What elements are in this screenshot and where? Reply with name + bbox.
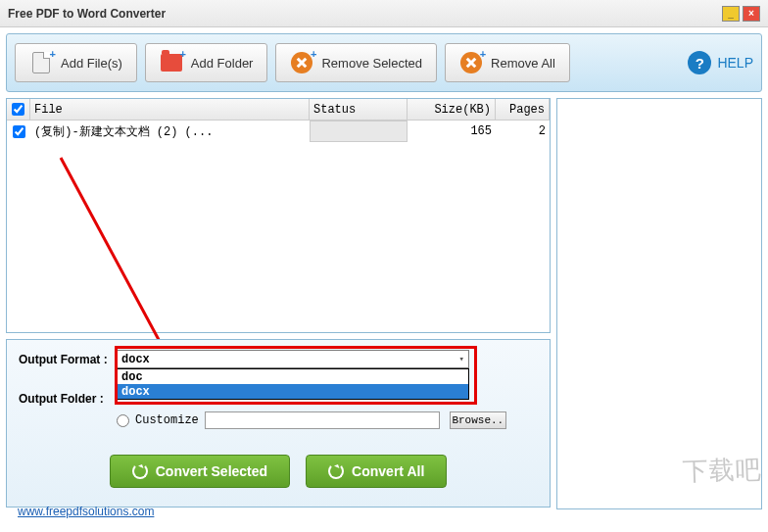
footer-link[interactable]: www.freepdfsolutions.com	[18, 505, 154, 518]
convert-selected-label: Convert Selected	[156, 463, 267, 479]
file-list-panel: File Status Size(KB) Pages (复制)-新建文本文档 (…	[6, 98, 551, 333]
dropdown-option-docx[interactable]: docx	[118, 384, 468, 399]
output-folder-radios: Customize Browse..	[117, 411, 538, 429]
minimize-button[interactable]: _	[722, 6, 740, 22]
file-list-header: File Status Size(KB) Pages	[7, 99, 550, 121]
output-format-label: Output Format :	[19, 353, 117, 366]
chevron-down-icon: ▾	[459, 354, 464, 364]
customize-radio[interactable]	[117, 414, 129, 427]
output-folder-label: Output Folder :	[19, 392, 117, 406]
customize-label: Customize	[135, 413, 199, 427]
convert-buttons: Convert Selected Convert All	[19, 455, 538, 488]
titlebar-buttons: _ ×	[722, 6, 760, 22]
file-icon: +	[29, 51, 53, 74]
select-all-checkbox[interactable]	[12, 103, 24, 116]
table-row[interactable]: (复制)-新建文本文档 (2) (... 165 2	[7, 121, 550, 142]
help-label: HELP	[717, 55, 753, 71]
dropdown-option-doc[interactable]: doc	[118, 369, 468, 384]
add-folder-button[interactable]: + Add Folder	[145, 43, 268, 82]
col-status[interactable]: Status	[310, 99, 408, 120]
remove-selected-button[interactable]: + Remove Selected	[275, 43, 437, 82]
remove-all-icon: +	[459, 51, 483, 74]
output-format-dropdown[interactable]: docx ▾ doc docx	[117, 350, 469, 368]
folder-path-input[interactable]	[205, 411, 440, 429]
add-folder-label: Add Folder	[191, 56, 254, 71]
convert-all-button[interactable]: Convert All	[306, 455, 447, 488]
cell-pages: 2	[496, 121, 550, 142]
col-file[interactable]: File	[30, 99, 310, 120]
close-button[interactable]: ×	[743, 6, 760, 22]
cell-file: (复制)-新建文本文档 (2) (...	[30, 121, 310, 142]
preview-panel	[556, 98, 762, 509]
help-icon: ?	[688, 51, 711, 74]
cell-size: 165	[408, 121, 496, 142]
refresh-icon	[132, 463, 148, 479]
cell-status	[310, 121, 408, 142]
convert-selected-button[interactable]: Convert Selected	[110, 455, 290, 488]
titlebar: Free PDF to Word Converter _ ×	[0, 0, 768, 27]
window-title: Free PDF to Word Converter	[8, 7, 166, 21]
col-pages[interactable]: Pages	[496, 99, 550, 120]
settings-panel: Output Format : docx ▾ doc docx Output F…	[6, 339, 551, 508]
add-files-label: Add File(s)	[61, 56, 122, 71]
dropdown-list: doc docx	[117, 368, 469, 400]
remove-icon: +	[290, 51, 313, 74]
remove-all-button[interactable]: + Remove All	[445, 43, 570, 82]
main-area: File Status Size(KB) Pages (复制)-新建文本文档 (…	[6, 98, 762, 509]
dropdown-selected: docx	[121, 353, 150, 366]
convert-all-label: Convert All	[352, 463, 424, 479]
browse-button[interactable]: Browse..	[450, 411, 506, 429]
col-size[interactable]: Size(KB)	[408, 99, 496, 120]
row-checkbox[interactable]	[13, 125, 25, 138]
remove-all-label: Remove All	[491, 56, 555, 71]
help-button[interactable]: ? HELP	[688, 51, 753, 74]
toolbar: + Add File(s) + Add Folder + Remove Sele…	[6, 33, 762, 92]
refresh-icon	[328, 463, 344, 479]
add-files-button[interactable]: + Add File(s)	[15, 43, 137, 82]
folder-icon: +	[160, 51, 183, 74]
remove-selected-label: Remove Selected	[321, 56, 422, 71]
